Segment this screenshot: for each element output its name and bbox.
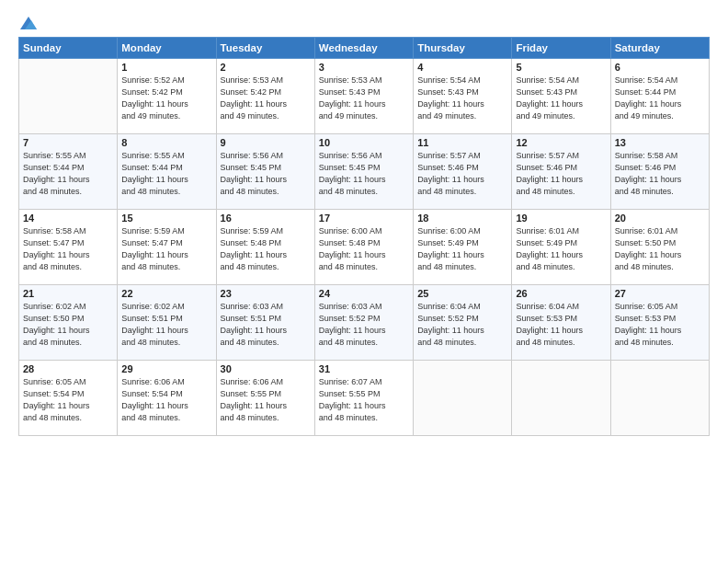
day-number: 15: [121, 213, 211, 224]
day-number: 25: [417, 288, 507, 299]
day-info: Sunrise: 5:54 AM Sunset: 5:44 PM Dayligh…: [615, 75, 705, 122]
day-info: Sunrise: 5:52 AM Sunset: 5:42 PM Dayligh…: [121, 75, 211, 122]
day-info: Sunrise: 5:56 AM Sunset: 5:45 PM Dayligh…: [221, 150, 311, 198]
logo-icon: [20, 17, 37, 29]
day-info: Sunrise: 5:57 AM Sunset: 5:46 PM Dayligh…: [417, 150, 507, 198]
day-info: Sunrise: 6:00 AM Sunset: 5:48 PM Dayligh…: [319, 225, 409, 273]
calendar-week-5: 28Sunrise: 6:05 AM Sunset: 5:54 PM Dayli…: [19, 361, 710, 436]
calendar-cell: 14Sunrise: 5:58 AM Sunset: 5:47 PM Dayli…: [19, 210, 118, 285]
calendar: SundayMondayTuesdayWednesdayThursdayFrid…: [18, 37, 710, 436]
calendar-cell: 25Sunrise: 6:04 AM Sunset: 5:52 PM Dayli…: [414, 285, 512, 361]
day-number: 27: [615, 288, 705, 299]
calendar-cell: 30Sunrise: 6:06 AM Sunset: 5:55 PM Dayli…: [216, 361, 314, 436]
calendar-cell: 23Sunrise: 6:03 AM Sunset: 5:51 PM Dayli…: [216, 285, 314, 361]
calendar-cell: 31Sunrise: 6:07 AM Sunset: 5:55 PM Dayli…: [314, 361, 413, 436]
calendar-cell: 8Sunrise: 5:55 AM Sunset: 5:44 PM Daylig…: [118, 134, 216, 210]
calendar-cell: 26Sunrise: 6:04 AM Sunset: 5:53 PM Dayli…: [512, 285, 610, 361]
day-header-thursday: Thursday: [414, 38, 512, 59]
day-info: Sunrise: 6:01 AM Sunset: 5:49 PM Dayligh…: [516, 225, 606, 273]
calendar-cell: [610, 361, 709, 436]
day-info: Sunrise: 6:00 AM Sunset: 5:49 PM Dayligh…: [417, 225, 507, 273]
day-number: 22: [121, 288, 211, 299]
calendar-cell: 5Sunrise: 5:54 AM Sunset: 5:43 PM Daylig…: [512, 59, 610, 134]
day-header-saturday: Saturday: [610, 38, 709, 59]
day-number: 4: [417, 62, 507, 73]
calendar-week-1: 1Sunrise: 5:52 AM Sunset: 5:42 PM Daylig…: [19, 59, 710, 134]
day-header-friday: Friday: [512, 38, 610, 59]
day-number: 20: [615, 213, 705, 224]
day-number: 17: [319, 213, 409, 224]
day-info: Sunrise: 5:53 AM Sunset: 5:43 PM Dayligh…: [319, 75, 409, 122]
day-info: Sunrise: 5:57 AM Sunset: 5:46 PM Dayligh…: [516, 150, 606, 198]
calendar-cell: 21Sunrise: 6:02 AM Sunset: 5:50 PM Dayli…: [19, 285, 118, 361]
day-info: Sunrise: 5:58 AM Sunset: 5:47 PM Dayligh…: [23, 225, 113, 273]
calendar-cell: 10Sunrise: 5:56 AM Sunset: 5:45 PM Dayli…: [314, 134, 413, 210]
calendar-cell: 18Sunrise: 6:00 AM Sunset: 5:49 PM Dayli…: [414, 210, 512, 285]
day-header-monday: Monday: [118, 38, 216, 59]
calendar-cell: 4Sunrise: 5:54 AM Sunset: 5:43 PM Daylig…: [414, 59, 512, 134]
day-number: 30: [221, 363, 311, 374]
header: [18, 17, 710, 29]
day-info: Sunrise: 5:55 AM Sunset: 5:44 PM Dayligh…: [121, 150, 211, 198]
day-number: 26: [516, 288, 606, 299]
calendar-cell: 19Sunrise: 6:01 AM Sunset: 5:49 PM Dayli…: [512, 210, 610, 285]
day-number: 12: [516, 137, 606, 148]
calendar-cell: [414, 361, 512, 436]
day-number: 6: [615, 62, 705, 73]
day-number: 3: [319, 62, 409, 73]
day-number: 31: [319, 363, 409, 374]
day-number: 21: [23, 288, 113, 299]
day-number: 28: [23, 363, 113, 374]
day-info: Sunrise: 5:56 AM Sunset: 5:45 PM Dayligh…: [319, 150, 409, 198]
day-info: Sunrise: 5:59 AM Sunset: 5:47 PM Dayligh…: [121, 225, 211, 273]
calendar-cell: 24Sunrise: 6:03 AM Sunset: 5:52 PM Dayli…: [314, 285, 413, 361]
calendar-header-row: SundayMondayTuesdayWednesdayThursdayFrid…: [19, 38, 710, 59]
day-info: Sunrise: 6:07 AM Sunset: 5:55 PM Dayligh…: [319, 376, 409, 424]
day-info: Sunrise: 5:59 AM Sunset: 5:48 PM Dayligh…: [221, 225, 311, 273]
calendar-cell: 2Sunrise: 5:53 AM Sunset: 5:42 PM Daylig…: [216, 59, 314, 134]
day-number: 1: [121, 62, 211, 73]
day-info: Sunrise: 5:58 AM Sunset: 5:46 PM Dayligh…: [615, 150, 705, 198]
day-header-sunday: Sunday: [19, 38, 118, 59]
calendar-cell: 16Sunrise: 5:59 AM Sunset: 5:48 PM Dayli…: [216, 210, 314, 285]
day-number: 2: [221, 62, 311, 73]
day-info: Sunrise: 6:05 AM Sunset: 5:53 PM Dayligh…: [615, 301, 705, 349]
calendar-cell: 28Sunrise: 6:05 AM Sunset: 5:54 PM Dayli…: [19, 361, 118, 436]
day-number: 18: [417, 213, 507, 224]
calendar-cell: 13Sunrise: 5:58 AM Sunset: 5:46 PM Dayli…: [610, 134, 709, 210]
page: SundayMondayTuesdayWednesdayThursdayFrid…: [0, 0, 728, 563]
day-number: 14: [23, 213, 113, 224]
day-info: Sunrise: 5:54 AM Sunset: 5:43 PM Dayligh…: [417, 75, 507, 122]
calendar-cell: 17Sunrise: 6:00 AM Sunset: 5:48 PM Dayli…: [314, 210, 413, 285]
calendar-cell: 6Sunrise: 5:54 AM Sunset: 5:44 PM Daylig…: [610, 59, 709, 134]
calendar-cell: 12Sunrise: 5:57 AM Sunset: 5:46 PM Dayli…: [512, 134, 610, 210]
day-info: Sunrise: 6:04 AM Sunset: 5:53 PM Dayligh…: [516, 301, 606, 349]
day-number: 16: [221, 213, 311, 224]
day-info: Sunrise: 6:03 AM Sunset: 5:52 PM Dayligh…: [319, 301, 409, 349]
day-info: Sunrise: 6:02 AM Sunset: 5:51 PM Dayligh…: [121, 301, 211, 349]
calendar-cell: 15Sunrise: 5:59 AM Sunset: 5:47 PM Dayli…: [118, 210, 216, 285]
day-header-wednesday: Wednesday: [314, 38, 413, 59]
calendar-cell: 7Sunrise: 5:55 AM Sunset: 5:44 PM Daylig…: [19, 134, 118, 210]
day-number: 7: [23, 137, 113, 148]
calendar-week-3: 14Sunrise: 5:58 AM Sunset: 5:47 PM Dayli…: [19, 210, 710, 285]
day-number: 8: [121, 137, 211, 148]
calendar-cell: 22Sunrise: 6:02 AM Sunset: 5:51 PM Dayli…: [118, 285, 216, 361]
day-number: 29: [121, 363, 211, 374]
calendar-cell: 20Sunrise: 6:01 AM Sunset: 5:50 PM Dayli…: [610, 210, 709, 285]
calendar-cell: [512, 361, 610, 436]
day-info: Sunrise: 6:03 AM Sunset: 5:51 PM Dayligh…: [221, 301, 311, 349]
day-info: Sunrise: 6:06 AM Sunset: 5:54 PM Dayligh…: [121, 376, 211, 424]
calendar-cell: 3Sunrise: 5:53 AM Sunset: 5:43 PM Daylig…: [314, 59, 413, 134]
day-info: Sunrise: 5:53 AM Sunset: 5:42 PM Dayligh…: [221, 75, 311, 122]
day-info: Sunrise: 6:02 AM Sunset: 5:50 PM Dayligh…: [23, 301, 113, 349]
calendar-cell: 27Sunrise: 6:05 AM Sunset: 5:53 PM Dayli…: [610, 285, 709, 361]
calendar-cell: 29Sunrise: 6:06 AM Sunset: 5:54 PM Dayli…: [118, 361, 216, 436]
day-header-tuesday: Tuesday: [216, 38, 314, 59]
day-number: 13: [615, 137, 705, 148]
day-number: 24: [319, 288, 409, 299]
day-info: Sunrise: 5:54 AM Sunset: 5:43 PM Dayligh…: [516, 75, 606, 122]
calendar-week-4: 21Sunrise: 6:02 AM Sunset: 5:50 PM Dayli…: [19, 285, 710, 361]
day-number: 23: [221, 288, 311, 299]
calendar-cell: 1Sunrise: 5:52 AM Sunset: 5:42 PM Daylig…: [118, 59, 216, 134]
